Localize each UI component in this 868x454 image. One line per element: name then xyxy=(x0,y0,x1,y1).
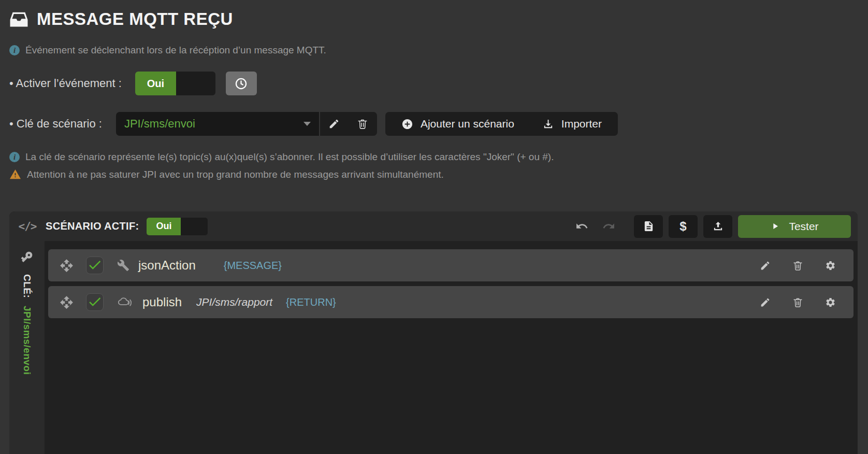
move-icon[interactable] xyxy=(60,259,74,273)
move-icon[interactable] xyxy=(60,295,74,309)
row-actions xyxy=(760,260,842,271)
toggle-off-segment xyxy=(181,218,208,235)
info-circle-icon: i xyxy=(9,152,20,162)
edit-action-button[interactable] xyxy=(760,297,771,308)
info-circle-icon: i xyxy=(9,45,20,55)
scenario-key-label: • Clé de scénario : xyxy=(9,117,102,131)
trash-icon xyxy=(792,297,803,308)
scenario-key-warning-text: Attention à ne pas saturer JPI avec un t… xyxy=(27,169,444,180)
page-header: MESSAGE MQTT REÇU xyxy=(0,0,868,29)
wrench-icon xyxy=(117,259,129,272)
pencil-icon xyxy=(760,297,771,308)
scenario-active-label: SCÉNARIO ACTIF: xyxy=(46,220,139,232)
download-icon xyxy=(542,118,554,130)
scenario-key-selected-value: JPI/sms/envoi xyxy=(124,117,303,131)
toggle-on-segment: Oui xyxy=(135,72,176,95)
event-description-text: Événement se déclenchant lors de la récé… xyxy=(25,45,326,56)
key-icon xyxy=(20,250,34,264)
page-title: MESSAGE MQTT REÇU xyxy=(37,9,233,29)
gear-icon xyxy=(825,260,836,271)
sidebar-key-label: CLÉ: xyxy=(22,274,33,298)
row-actions xyxy=(760,297,842,308)
cloud-publish-icon xyxy=(117,295,134,309)
event-description: i Événement se déclenchant lors de la ré… xyxy=(9,45,868,56)
action-row-jsonaction: jsonAction {MESSAGE} xyxy=(48,249,853,281)
settings-action-button[interactable] xyxy=(825,260,836,271)
scenario-key-info-text: La clé de scénario représente le(s) topi… xyxy=(25,151,554,163)
delete-action-button[interactable] xyxy=(792,260,803,271)
scenario-sidebar: CLÉ: JPI/sms/envoi xyxy=(9,241,45,454)
action-name: jsonAction xyxy=(138,258,196,273)
scenario-actions-group: Ajouter un scénario Importer xyxy=(385,112,618,136)
enable-event-label: • Activer l’événement : xyxy=(9,77,122,90)
action-topic: JPI/sms/rapport xyxy=(196,296,272,308)
scenario-key-row: • Clé de scénario : JPI/sms/envoi Ajoute… xyxy=(9,112,868,136)
toggle-off-segment xyxy=(176,72,215,95)
pencil-icon xyxy=(328,118,340,130)
undo-icon xyxy=(575,220,588,233)
upload-icon xyxy=(712,220,724,232)
edit-action-button[interactable] xyxy=(760,260,771,271)
delete-key-button[interactable] xyxy=(349,112,377,136)
enable-event-row: • Activer l’événement : Oui xyxy=(9,72,868,95)
scenario-editor-toolbar: </> SCÉNARIO ACTIF: Oui $ xyxy=(9,211,858,241)
add-scenario-button[interactable]: Ajouter un scénario xyxy=(398,117,517,131)
scenario-actions-list: jsonAction {MESSAGE} xyxy=(45,241,858,454)
check-icon xyxy=(87,259,103,273)
scenario-editor-body: CLÉ: JPI/sms/envoi jsonAction xyxy=(9,241,858,454)
schedule-button[interactable] xyxy=(226,72,257,95)
sidebar-key-value: JPI/sms/envoi xyxy=(22,306,33,375)
dollar-icon: $ xyxy=(679,219,686,234)
scenario-active-toggle[interactable]: Oui xyxy=(147,218,208,235)
scenario-key-info: i La clé de scénario représente le(s) to… xyxy=(9,151,868,163)
action-enabled-checkbox[interactable] xyxy=(86,293,104,311)
view-source-button[interactable] xyxy=(634,215,663,238)
delete-action-button[interactable] xyxy=(792,297,803,308)
undo-button[interactable] xyxy=(575,220,588,233)
check-icon xyxy=(87,295,103,309)
trash-icon xyxy=(792,260,803,271)
test-button[interactable]: Tester xyxy=(738,215,851,238)
toggle-on-segment: Oui xyxy=(147,218,181,235)
scenario-key-warning: Attention à ne pas saturer JPI avec un t… xyxy=(9,168,868,180)
pencil-icon xyxy=(760,260,771,271)
action-tag: {MESSAGE} xyxy=(224,260,282,272)
inbox-icon xyxy=(9,10,28,29)
sidebar-key-vertical-label: CLÉ: JPI/sms/envoi xyxy=(21,274,33,375)
play-icon xyxy=(770,221,780,231)
redo-button[interactable] xyxy=(602,220,615,233)
action-row-publish: publish JPI/sms/rapport {RETURN} xyxy=(48,286,853,318)
action-name: publish xyxy=(142,295,182,309)
import-button[interactable]: Importer xyxy=(539,117,605,131)
enable-event-toggle[interactable]: Oui xyxy=(135,72,215,95)
variables-button[interactable]: $ xyxy=(669,215,698,238)
import-label: Importer xyxy=(561,118,602,130)
trash-icon xyxy=(357,118,368,130)
action-tag: {RETURN} xyxy=(286,296,336,308)
scenario-key-select[interactable]: JPI/sms/envoi xyxy=(116,112,319,136)
gear-icon xyxy=(825,297,836,308)
add-scenario-label: Ajouter un scénario xyxy=(421,118,514,130)
scenario-editor-panel: </> SCÉNARIO ACTIF: Oui $ xyxy=(9,211,858,454)
clock-icon xyxy=(234,77,248,91)
caret-down-icon xyxy=(303,122,311,126)
document-icon xyxy=(643,220,655,232)
edit-key-button[interactable] xyxy=(320,112,349,136)
plus-circle-icon xyxy=(401,118,413,130)
action-enabled-checkbox[interactable] xyxy=(86,257,104,274)
test-button-label: Tester xyxy=(789,220,818,233)
code-icon: </> xyxy=(9,220,46,233)
scenario-key-edit-group xyxy=(320,112,377,136)
export-button[interactable] xyxy=(703,215,732,238)
settings-action-button[interactable] xyxy=(825,297,836,308)
warning-triangle-icon xyxy=(9,168,21,180)
redo-icon xyxy=(602,220,615,233)
